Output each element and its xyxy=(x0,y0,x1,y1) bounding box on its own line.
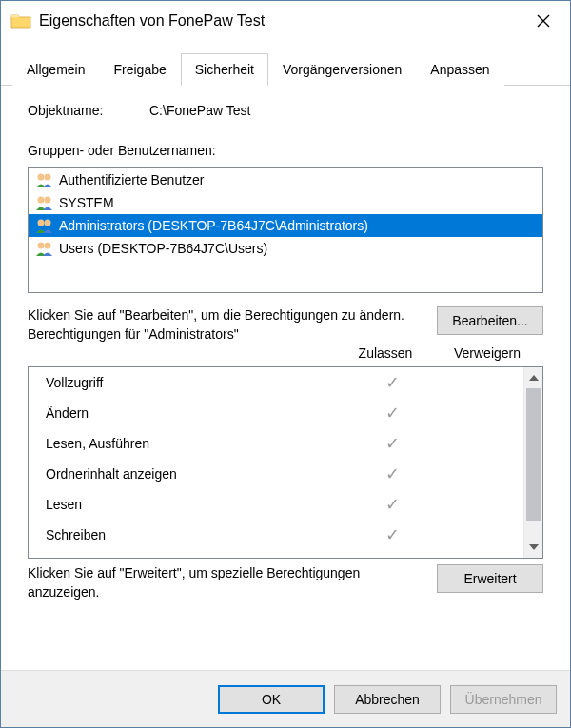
apply-button[interactable]: Übernehmen xyxy=(450,685,557,714)
checkmark-icon: ✓ xyxy=(345,524,440,545)
advanced-hint-text: Klicken Sie auf "Erweitert", um speziell… xyxy=(28,564,425,601)
permission-row: Lesen ✓ xyxy=(29,489,523,520)
window-title: Eigenschaften von FonePaw Test xyxy=(39,12,521,30)
checkmark-icon: ✓ xyxy=(345,494,440,515)
object-name-value: C:\FonePaw Test xyxy=(149,103,250,118)
list-item[interactable]: Administrators (DESKTOP-7B64J7C\Administ… xyxy=(29,214,542,237)
checkmark-icon: ✓ xyxy=(345,372,440,393)
permission-name: Ändern xyxy=(46,405,345,421)
edit-permissions-row: Klicken Sie auf "Bearbeiten", um die Ber… xyxy=(28,306,543,344)
column-allow: Zulassen xyxy=(334,345,437,361)
permission-row: Schreiben ✓ xyxy=(29,520,523,550)
cancel-button[interactable]: Abbrechen xyxy=(334,685,441,714)
checkmark-icon: ✓ xyxy=(345,433,440,454)
ok-button[interactable]: OK xyxy=(218,685,325,714)
list-item[interactable]: Users (DESKTOP-7B64J7C\Users) xyxy=(29,237,542,260)
column-deny: Verweigern xyxy=(437,345,538,361)
tab-freigabe[interactable]: Freigabe xyxy=(99,53,180,86)
list-item[interactable]: SYSTEM xyxy=(29,191,542,214)
permission-row: Ordnerinhalt anzeigen ✓ xyxy=(29,459,523,489)
object-name-row: Objektname: C:\FonePaw Test xyxy=(28,103,543,118)
permission-name: Vollzugriff xyxy=(46,375,345,390)
properties-window: Eigenschaften von FonePaw Test Allgemein… xyxy=(0,0,571,728)
groups-label: Gruppen- oder Benutzernamen: xyxy=(28,143,543,158)
permission-row: Lesen, Ausführen ✓ xyxy=(29,428,523,459)
svg-point-3 xyxy=(45,197,51,204)
advanced-button[interactable]: Erweitert xyxy=(437,564,543,593)
permission-row: Vollzugriff ✓ xyxy=(29,367,523,398)
tab-content: Objektname: C:\FonePaw Test Gruppen- ode… xyxy=(1,86,570,670)
users-icon xyxy=(34,171,55,188)
tabs: Allgemein Freigabe Sicherheit Vorgängerv… xyxy=(1,41,570,86)
checkmark-icon: ✓ xyxy=(345,403,440,423)
users-icon xyxy=(34,217,55,234)
permission-name: Lesen, Ausführen xyxy=(46,436,345,451)
edit-button[interactable]: Bearbeiten... xyxy=(437,306,543,335)
list-item-label: Administrators (DESKTOP-7B64J7C\Administ… xyxy=(59,218,368,233)
list-item[interactable]: Authentifizierte Benutzer xyxy=(29,168,542,191)
permission-name: Ordnerinhalt anzeigen xyxy=(46,466,345,482)
svg-point-1 xyxy=(45,174,51,181)
svg-point-6 xyxy=(38,243,45,249)
permissions-for-label: Berechtigungen für "Administrators" xyxy=(28,325,425,344)
tab-vorgaengerversionen[interactable]: Vorgängerversionen xyxy=(268,53,416,86)
permission-name: Lesen xyxy=(46,497,345,512)
permission-columns-header: Zulassen Verweigern xyxy=(28,345,543,366)
tab-sicherheit[interactable]: Sicherheit xyxy=(181,53,268,86)
tab-allgemein[interactable]: Allgemein xyxy=(12,53,99,86)
scroll-up-arrow[interactable] xyxy=(524,367,542,388)
scroll-thumb[interactable] xyxy=(526,388,541,521)
permission-name: Schreiben xyxy=(46,527,345,542)
users-icon xyxy=(34,240,55,257)
checkmark-icon: ✓ xyxy=(345,463,440,484)
svg-point-7 xyxy=(45,243,51,249)
titlebar: Eigenschaften von FonePaw Test xyxy=(1,1,570,41)
list-item-label: SYSTEM xyxy=(59,195,114,210)
edit-hint-text: Klicken Sie auf "Bearbeiten", um die Ber… xyxy=(28,306,425,325)
close-button[interactable] xyxy=(521,4,566,38)
permissions-box: Vollzugriff ✓ Ändern ✓ Lesen, Ausführen … xyxy=(28,366,543,559)
svg-point-2 xyxy=(38,197,45,204)
svg-point-0 xyxy=(38,174,45,181)
advanced-row: Klicken Sie auf "Erweitert", um speziell… xyxy=(28,564,543,601)
scroll-down-arrow[interactable] xyxy=(524,537,542,558)
scrollbar[interactable] xyxy=(523,367,542,558)
folder-icon xyxy=(10,12,31,30)
permission-row: Ändern ✓ xyxy=(29,398,523,428)
groups-listbox[interactable]: Authentifizierte Benutzer SYSTEM Adminis… xyxy=(28,167,543,293)
scroll-track[interactable] xyxy=(524,388,542,537)
list-item-label: Authentifizierte Benutzer xyxy=(59,172,205,187)
svg-point-5 xyxy=(45,220,51,226)
dialog-footer: OK Abbrechen Übernehmen xyxy=(1,670,570,727)
svg-point-4 xyxy=(38,220,45,226)
users-icon xyxy=(34,194,55,211)
list-item-label: Users (DESKTOP-7B64J7C\Users) xyxy=(59,241,267,256)
tab-anpassen[interactable]: Anpassen xyxy=(416,53,503,86)
permissions-list[interactable]: Vollzugriff ✓ Ändern ✓ Lesen, Ausführen … xyxy=(29,367,523,558)
object-name-label: Objektname: xyxy=(28,103,149,118)
